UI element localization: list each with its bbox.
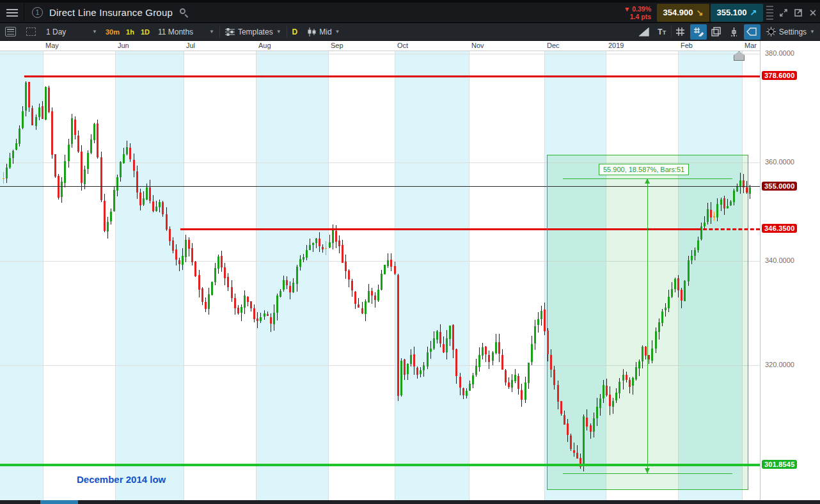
chart-type-letter-button[interactable]: D	[287, 23, 303, 41]
axis-tick-label: 340.0000	[765, 256, 794, 264]
candlestick-chart-canvas[interactable]: MayJunJulAugSepOctNovDec2019FebMar55.900…	[0, 41, 760, 500]
chart-text-annotation[interactable]: December 2014 low	[77, 474, 166, 485]
resistance-378-badge: 378.6000	[762, 71, 797, 80]
chevron-down-icon: ▼	[276, 29, 281, 35]
layers-button[interactable]	[708, 24, 725, 40]
support-346-badge: 346.3500	[762, 224, 797, 233]
chevron-down-icon: ▼	[810, 29, 815, 35]
change-percent: ▼ 0.39%	[624, 5, 651, 13]
buy-up-arrow-icon: ↗	[750, 8, 757, 17]
trading-app-window: { "window": { "title": "Direct Line Insu…	[0, 0, 820, 504]
hamburger-menu-button[interactable]	[0, 3, 24, 23]
chevron-down-icon: ▼	[335, 29, 340, 35]
chevron-down-icon: ▼	[209, 29, 214, 35]
dashed-square-icon	[26, 28, 36, 36]
period-dropdown[interactable]: 1 Day▼	[41, 23, 102, 41]
drag-grip-icon[interactable]	[766, 6, 773, 20]
text-tool-button[interactable]: TT	[654, 24, 670, 40]
price-axis[interactable]: 380.0000360.0000340.0000320.0000378.6000…	[760, 41, 820, 500]
time-scrollbar[interactable]	[0, 500, 820, 504]
dec-2014-low-badge: 301.8545	[762, 460, 797, 469]
watchlist-panel-button[interactable]	[0, 23, 21, 41]
close-window-button[interactable]	[805, 6, 820, 20]
ohlc-tool-button[interactable]	[726, 24, 743, 40]
chart-toolbar: 1 Day▼ 30m 1h 1D 11 Months▼ Templates▼ D…	[0, 23, 820, 41]
sell-down-arrow-icon: ↘	[697, 8, 704, 17]
pane-number-badge: 1	[32, 7, 43, 18]
interval-1h-button[interactable]: 1h	[123, 28, 138, 36]
templates-dropdown[interactable]: Templates▼	[220, 23, 287, 41]
arrow-down-icon	[645, 468, 650, 473]
scrollbar-handle[interactable]	[40, 500, 78, 504]
gear-icon	[766, 27, 776, 36]
candlestick-icon	[308, 28, 316, 36]
interval-1d-button[interactable]: 1D	[138, 28, 153, 36]
settings-dropdown[interactable]: Settings▼	[761, 23, 820, 41]
current-355-badge: 355.0000	[762, 182, 797, 191]
measurement-bottom-line[interactable]	[563, 473, 732, 474]
measurement-arrow-line[interactable]	[647, 178, 648, 473]
resistance-378-line[interactable]	[24, 75, 760, 77]
draw-tools-button-active[interactable]	[690, 24, 707, 40]
price-label-tool-button[interactable]	[744, 24, 761, 40]
popout-window-button[interactable]	[791, 6, 805, 20]
sell-price-button[interactable]: 354.900↘	[657, 4, 709, 22]
grid-settings-button[interactable]	[672, 24, 689, 40]
trend-tool-button[interactable]	[636, 24, 652, 40]
change-points: 1.4 pts	[624, 13, 651, 20]
instrument-title: Direct Line Insurance Group	[49, 7, 173, 18]
measurement-label[interactable]: 55.900, 18.587%, Bars:51	[599, 164, 689, 175]
axis-tick-label: 360.0000	[765, 158, 794, 166]
search-icon[interactable]	[179, 8, 189, 18]
layout-grid-button[interactable]	[21, 23, 41, 41]
list-icon	[5, 27, 16, 36]
arrow-up-icon	[645, 178, 650, 184]
range-dropdown[interactable]: 11 Months▼	[153, 23, 219, 41]
restore-window-button[interactable]	[776, 6, 791, 20]
interval-30m-button[interactable]: 30m	[102, 28, 123, 36]
price-mode-dropdown[interactable]: Mid▼	[303, 23, 345, 41]
axis-tick-label: 320.0000	[765, 361, 794, 368]
chevron-down-icon: ▼	[92, 29, 97, 35]
sliders-icon	[225, 28, 235, 36]
axis-tick-label: 380.0000	[765, 49, 794, 57]
price-change-indicator: ▼ 0.39% 1.4 pts	[624, 5, 651, 20]
buy-price-button[interactable]: 355.100↗	[711, 4, 763, 22]
window-header: 1 Direct Line Insurance Group ▼ 0.39% 1.…	[0, 3, 820, 23]
